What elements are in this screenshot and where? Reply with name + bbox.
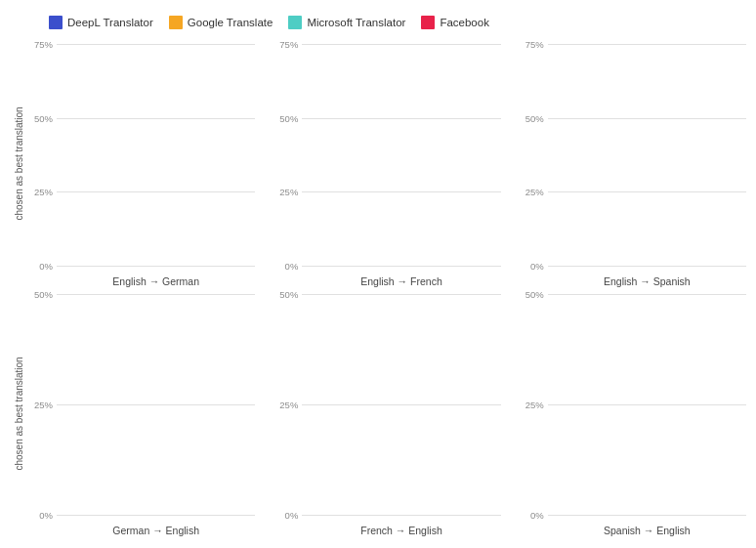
grid-line-label: 25% [519, 400, 548, 410]
legend-label-google: Google Translate [188, 17, 273, 28]
grid-line-label: 0% [273, 261, 302, 272]
legend-item-google: Google Translate [169, 16, 273, 29]
x-axis-label: English → Spanish [519, 272, 746, 289]
grid-line-label: 75% [519, 39, 548, 50]
grid-line-label: 50% [27, 289, 57, 300]
bars-area [57, 289, 255, 522]
bars-area [302, 39, 500, 272]
legend-item-deepl: DeepL Translator [49, 16, 153, 29]
grid-line-label: 50% [273, 289, 302, 300]
grid-line-label: 25% [273, 400, 302, 410]
grid-line-label: 50% [519, 289, 548, 300]
legend-label-deepl: DeepL Translator [67, 17, 153, 28]
grid-line-label: 50% [519, 113, 548, 124]
chart-cell-r0-c0: chosen as best translation 75% 50% 25% 0… [10, 39, 255, 289]
charts-grid: chosen as best translation 75% 50% 25% 0… [10, 39, 746, 538]
chart-cell-r1-c1: chosen as best translation 50% 25% 0% Fr… [255, 289, 500, 539]
legend-swatch-deepl [49, 16, 63, 29]
chart-area: 50% 25% 0% French → English [273, 289, 500, 539]
grid-line-label: 0% [273, 510, 302, 521]
bars-wrapper: 50% 25% 0% [519, 289, 746, 522]
grid-line-label: 0% [519, 510, 548, 521]
bars-area [57, 39, 255, 272]
grid-line-label: 25% [27, 400, 57, 410]
legend-swatch-google [169, 16, 183, 29]
grid-line-label: 0% [27, 510, 57, 521]
chart-area: 75% 50% 25% 0% English → German [27, 39, 255, 289]
chart-cell-r1-c2: chosen as best translation 50% 25% 0% Sp… [501, 289, 746, 539]
chart-cell-r0-c2: chosen as best translation 75% 50% 25% 0… [501, 39, 746, 289]
y-axis-label: chosen as best translation [10, 289, 27, 539]
bars-wrapper: 50% 25% 0% [27, 289, 255, 522]
grid-line-label: 50% [273, 113, 302, 124]
legend-swatch-microsoft [288, 16, 302, 29]
x-axis-label: French → English [273, 521, 500, 538]
bars-wrapper: 50% 25% 0% [273, 289, 500, 522]
legend: DeepL Translator Google Translate Micros… [10, 10, 746, 39]
grid-line-label: 75% [273, 39, 302, 50]
chart-cell-r1-c0: chosen as best translation 50% 25% 0% Ge… [10, 289, 255, 539]
grid-line-label: 0% [519, 261, 548, 272]
x-axis-label: Spanish → English [519, 521, 746, 538]
bars-area [548, 39, 746, 272]
grid-line-label: 75% [27, 39, 57, 50]
legend-label-facebook: Facebook [440, 17, 489, 28]
chart-area: 50% 25% 0% German → English [27, 289, 255, 539]
legend-item-facebook: Facebook [421, 16, 489, 29]
chart-area: 75% 50% 25% 0% English → French [273, 39, 500, 289]
bars-wrapper: 75% 50% 25% 0% [273, 39, 500, 272]
grid-line-label: 25% [273, 187, 302, 197]
grid-line-label: 25% [27, 187, 57, 197]
x-axis-label: English → French [273, 272, 500, 289]
grid-line-label: 25% [519, 187, 548, 197]
y-axis-label: chosen as best translation [10, 39, 27, 289]
chart-area: 75% 50% 25% 0% English → Spanish [519, 39, 746, 289]
bars-wrapper: 75% 50% 25% 0% [519, 39, 746, 272]
legend-item-microsoft: Microsoft Translator [288, 16, 405, 29]
chart-cell-r0-c1: chosen as best translation 75% 50% 25% 0… [255, 39, 500, 289]
legend-label-microsoft: Microsoft Translator [307, 17, 405, 28]
grid-line-label: 0% [27, 261, 57, 272]
grid-line-label: 50% [27, 113, 57, 124]
bars-area [548, 289, 746, 522]
bars-wrapper: 75% 50% 25% 0% [27, 39, 255, 272]
x-axis-label: English → German [27, 272, 255, 289]
x-axis-label: German → English [27, 521, 255, 538]
chart-area: 50% 25% 0% Spanish → English [519, 289, 746, 539]
bars-area [302, 289, 500, 522]
chart-container: DeepL Translator Google Translate Micros… [0, 0, 756, 548]
legend-swatch-facebook [421, 16, 435, 29]
